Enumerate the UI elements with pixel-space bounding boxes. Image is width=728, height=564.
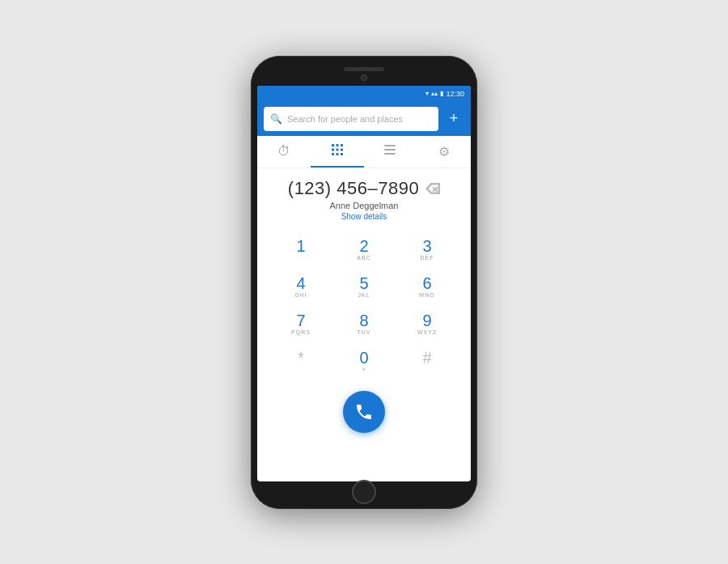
svg-rect-10 [384, 149, 396, 151]
svg-rect-4 [336, 149, 339, 151]
add-contact-button[interactable]: + [443, 108, 464, 129]
key-4[interactable]: 4 GHI [270, 269, 332, 305]
tab-bar: ⏱ [257, 136, 471, 168]
signal-icon: ▴▴ [431, 90, 438, 97]
phone-number-text: (123) 456–7890 [288, 178, 419, 199]
backspace-button[interactable] [425, 183, 440, 194]
svg-rect-3 [332, 149, 334, 151]
recents-icon: ⏱ [277, 144, 290, 159]
status-bar: ▾ ▴▴ ▮ 12:30 [257, 86, 471, 102]
key-5[interactable]: 5 JKL [333, 269, 395, 305]
contacts-icon [384, 144, 397, 159]
svg-rect-5 [341, 149, 343, 151]
status-icons: ▾ ▴▴ ▮ 12:30 [425, 90, 464, 98]
status-time: 12:30 [446, 90, 464, 98]
phone-device: ▾ ▴▴ ▮ 12:30 🔍 Search for people and pla… [251, 56, 477, 509]
key-1[interactable]: 1 [270, 232, 332, 268]
svg-rect-7 [336, 153, 339, 155]
call-button[interactable] [343, 391, 385, 433]
key-hash[interactable]: # [396, 344, 458, 380]
dialpad-icon [331, 143, 344, 159]
phone-bottom [352, 486, 376, 498]
dialer-area: (123) 456–7890 Anne Deggelman Show detai… [257, 168, 471, 481]
settings-icon: ⚙ [438, 144, 450, 159]
search-input-container[interactable]: 🔍 Search for people and places [264, 107, 438, 131]
key-9[interactable]: 9 WXYZ [396, 307, 458, 342]
battery-icon: ▮ [440, 90, 443, 97]
wifi-icon: ▾ [425, 90, 429, 97]
key-star[interactable]: * [270, 344, 332, 380]
tab-contacts[interactable] [364, 136, 417, 168]
svg-rect-1 [336, 144, 339, 146]
search-placeholder-text: Search for people and places [287, 114, 403, 124]
contact-name: Anne Deggelman [329, 201, 398, 210]
key-3[interactable]: 3 DEF [396, 232, 458, 268]
svg-rect-2 [341, 144, 343, 146]
key-6[interactable]: 6 MNO [396, 269, 458, 305]
phone-screen: ▾ ▴▴ ▮ 12:30 🔍 Search for people and pla… [257, 86, 471, 481]
show-details-link[interactable]: Show details [341, 212, 387, 221]
phone-number-display: (123) 456–7890 [288, 178, 440, 199]
svg-rect-6 [332, 153, 334, 155]
svg-rect-11 [384, 153, 396, 155]
svg-rect-0 [332, 144, 334, 146]
phone-speaker [344, 67, 384, 71]
search-bar: 🔍 Search for people and places + [257, 102, 471, 136]
svg-rect-8 [341, 153, 343, 155]
call-button-container [343, 391, 385, 433]
key-0[interactable]: 0 + [333, 344, 395, 380]
svg-rect-9 [384, 145, 396, 146]
home-button[interactable] [352, 480, 376, 504]
key-8[interactable]: 8 TUV [333, 307, 395, 342]
tab-settings[interactable]: ⚙ [417, 136, 471, 168]
keypad: 1 2 ABC 3 DEF 4 GHI 5 JKL [270, 232, 458, 380]
tab-dialpad[interactable] [311, 136, 364, 168]
tab-recents[interactable]: ⏱ [257, 136, 311, 168]
key-7[interactable]: 7 PQRS [270, 307, 332, 342]
key-2[interactable]: 2 ABC [333, 232, 395, 268]
phone-camera [361, 74, 367, 81]
search-icon: 🔍 [270, 113, 282, 125]
